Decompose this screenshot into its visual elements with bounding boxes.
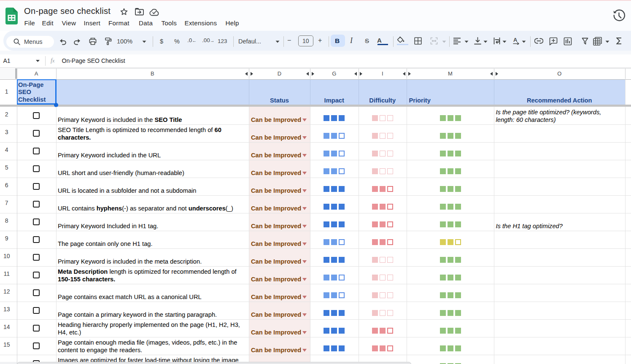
svg-text:A: A	[513, 37, 518, 43]
